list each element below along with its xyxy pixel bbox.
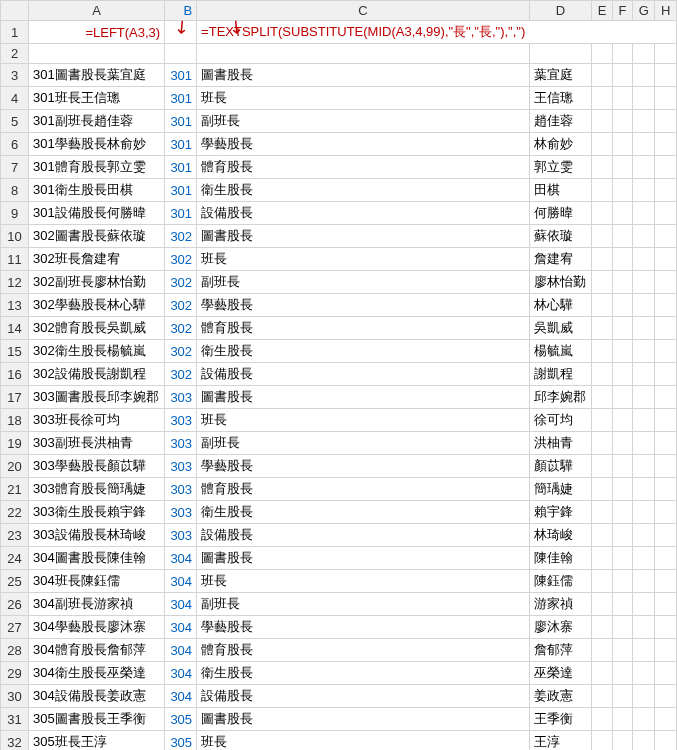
cell-classnum[interactable]: 301	[165, 87, 197, 110]
formula-left-cell[interactable]: =LEFT(A3,3)	[29, 21, 165, 44]
cell-role[interactable]: 學藝股長	[197, 616, 530, 639]
row-header[interactable]: 6	[1, 133, 29, 156]
col-header-C[interactable]: C	[197, 1, 530, 21]
cell-classnum[interactable]: 303	[165, 478, 197, 501]
cell-name[interactable]: 簡瑀婕	[529, 478, 591, 501]
cell-source[interactable]: 303體育股長簡瑀婕	[29, 478, 165, 501]
cell-classnum[interactable]: 303	[165, 524, 197, 547]
cell-classnum[interactable]: 303	[165, 455, 197, 478]
cell-role[interactable]: 副班長	[197, 271, 530, 294]
col-header-D[interactable]: D	[529, 1, 591, 21]
cell-classnum[interactable]: 302	[165, 248, 197, 271]
cell-source[interactable]: 303衛生股長賴宇鋒	[29, 501, 165, 524]
cell-role[interactable]: 衛生股長	[197, 662, 530, 685]
row-header[interactable]: 10	[1, 225, 29, 248]
cell-source[interactable]: 303學藝股長顏苡驊	[29, 455, 165, 478]
cell-source[interactable]: 302圖書股長蘇依璇	[29, 225, 165, 248]
cell-source[interactable]: 303圖書股長邱李婉郡	[29, 386, 165, 409]
cell-classnum[interactable]: 302	[165, 340, 197, 363]
cell-source[interactable]: 301圖書股長葉宜庭	[29, 64, 165, 87]
cell-source[interactable]: 301班長王信璁	[29, 87, 165, 110]
row-header[interactable]: 16	[1, 363, 29, 386]
cell-name[interactable]: 邱李婉郡	[529, 386, 591, 409]
cell-name[interactable]: 郭立雯	[529, 156, 591, 179]
cell-name[interactable]: 蘇依璇	[529, 225, 591, 248]
cell-classnum[interactable]: 304	[165, 662, 197, 685]
cell-source[interactable]: 304圖書股長陳佳翰	[29, 547, 165, 570]
cell-classnum[interactable]: 303	[165, 409, 197, 432]
cell-source[interactable]: 303設備股長林琦峻	[29, 524, 165, 547]
cell-name[interactable]: 王季衡	[529, 708, 591, 731]
cell-source[interactable]: 301學藝股長林俞妙	[29, 133, 165, 156]
cell-role[interactable]: 學藝股長	[197, 455, 530, 478]
row-header[interactable]: 20	[1, 455, 29, 478]
cell-source[interactable]: 305班長王淳	[29, 731, 165, 751]
cell-classnum[interactable]: 304	[165, 616, 197, 639]
cell-source[interactable]: 304衛生股長巫榮達	[29, 662, 165, 685]
cell-name[interactable]: 王信璁	[529, 87, 591, 110]
cell-role[interactable]: 圖書股長	[197, 64, 530, 87]
cell-role[interactable]: 班長	[197, 87, 530, 110]
cell-classnum[interactable]: 304	[165, 593, 197, 616]
cell-name[interactable]: 田棋	[529, 179, 591, 202]
cell-name[interactable]: 陳佳翰	[529, 547, 591, 570]
row-header[interactable]: 5	[1, 110, 29, 133]
cell-source[interactable]: 301衛生股長田棋	[29, 179, 165, 202]
cell-name[interactable]: 洪柚青	[529, 432, 591, 455]
row-header[interactable]: 29	[1, 662, 29, 685]
row-header[interactable]: 8	[1, 179, 29, 202]
spreadsheet-grid[interactable]: A B C D E F G H 1 =LEFT(A3,3) =TEXTSPLIT…	[0, 0, 677, 750]
row-header-2[interactable]: 2	[1, 44, 29, 64]
row-header[interactable]: 19	[1, 432, 29, 455]
corner-cell[interactable]	[1, 1, 29, 21]
cell-role[interactable]: 設備股長	[197, 363, 530, 386]
cell-source[interactable]: 302衛生股長楊毓嵐	[29, 340, 165, 363]
row-header[interactable]: 13	[1, 294, 29, 317]
row-header[interactable]: 28	[1, 639, 29, 662]
cell-name[interactable]: 何勝暐	[529, 202, 591, 225]
cell-role[interactable]: 學藝股長	[197, 294, 530, 317]
cell-name[interactable]: 詹郁萍	[529, 639, 591, 662]
col-header-A[interactable]: A	[29, 1, 165, 21]
cell-classnum[interactable]: 301	[165, 133, 197, 156]
cell-source[interactable]: 303班長徐可均	[29, 409, 165, 432]
cell-name[interactable]: 林俞妙	[529, 133, 591, 156]
cell-name[interactable]: 趙佳蓉	[529, 110, 591, 133]
cell-classnum[interactable]: 301	[165, 110, 197, 133]
cell-role[interactable]: 副班長	[197, 432, 530, 455]
row-header-1[interactable]: 1	[1, 21, 29, 44]
cell-source[interactable]: 302學藝股長林心驊	[29, 294, 165, 317]
row-header[interactable]: 24	[1, 547, 29, 570]
cell-classnum[interactable]: 301	[165, 64, 197, 87]
cell-role[interactable]: 設備股長	[197, 685, 530, 708]
cell-name[interactable]: 徐可均	[529, 409, 591, 432]
cell-name[interactable]: 姜政憲	[529, 685, 591, 708]
cell-role[interactable]: 圖書股長	[197, 708, 530, 731]
cell-name[interactable]: 謝凱程	[529, 363, 591, 386]
row-header[interactable]: 9	[1, 202, 29, 225]
cell-source[interactable]: 301體育股長郭立雯	[29, 156, 165, 179]
cell-classnum[interactable]: 301	[165, 202, 197, 225]
cell-classnum[interactable]: 305	[165, 731, 197, 751]
cell-role[interactable]: 體育股長	[197, 156, 530, 179]
row-header[interactable]: 23	[1, 524, 29, 547]
cell-name[interactable]: 林心驊	[529, 294, 591, 317]
row-header[interactable]: 25	[1, 570, 29, 593]
row-header[interactable]: 12	[1, 271, 29, 294]
cell-classnum[interactable]: 302	[165, 317, 197, 340]
row-header[interactable]: 18	[1, 409, 29, 432]
cell-classnum[interactable]: 302	[165, 225, 197, 248]
cell-role[interactable]: 副班長	[197, 110, 530, 133]
cell-name[interactable]: 陳鈺儒	[529, 570, 591, 593]
col-header-G[interactable]: G	[633, 1, 655, 21]
cell-name[interactable]: 廖沐寨	[529, 616, 591, 639]
cell-classnum[interactable]: 302	[165, 294, 197, 317]
cell-role[interactable]: 體育股長	[197, 639, 530, 662]
cell-source[interactable]: 304學藝股長廖沐寨	[29, 616, 165, 639]
row-header[interactable]: 32	[1, 731, 29, 751]
cell-classnum[interactable]: 301	[165, 156, 197, 179]
cell-role[interactable]: 班長	[197, 248, 530, 271]
cell-role[interactable]: 學藝股長	[197, 133, 530, 156]
cell-source[interactable]: 304副班長游家禎	[29, 593, 165, 616]
cell-name[interactable]: 吳凱威	[529, 317, 591, 340]
